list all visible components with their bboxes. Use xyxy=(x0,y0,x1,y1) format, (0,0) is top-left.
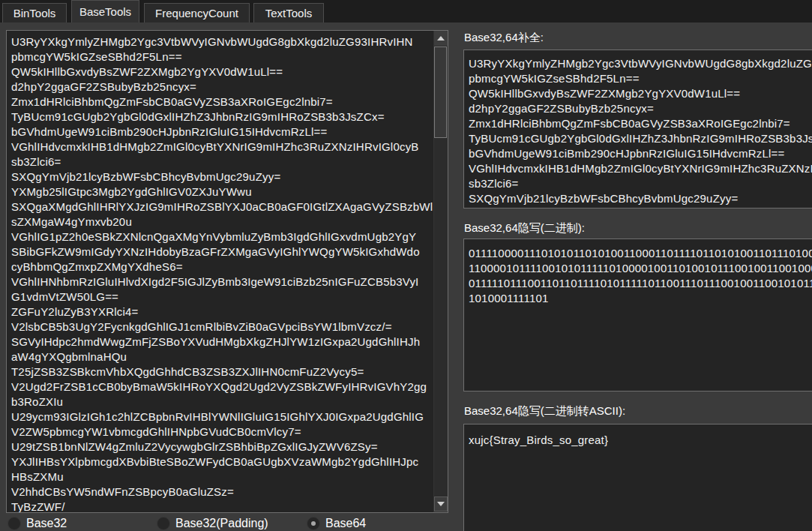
radio-base32-label: Base32 xyxy=(26,517,67,530)
radio-base32[interactable]: Base32 xyxy=(7,517,67,530)
radio-selected-icon[interactable] xyxy=(307,517,320,530)
radio-base32-padding-label: Base32(Padding) xyxy=(175,517,268,530)
tab-texttools[interactable]: TextTools xyxy=(253,3,324,22)
up-arrow-icon xyxy=(437,36,445,40)
tab-bintools[interactable]: BinTools xyxy=(2,3,67,22)
app-window: BinTools BaseTools FrequencyCount TextTo… xyxy=(0,0,812,531)
binary-steg-label: Base32,64隐写(二进制): xyxy=(464,221,585,236)
scroll-down-button[interactable] xyxy=(434,496,448,512)
scroll-up-button[interactable] xyxy=(434,31,448,46)
completion-output[interactable]: U3RyYXkgYmlyZHMgb2Ygc3VtbWVyIGNvbWUgdG8g… xyxy=(463,50,812,208)
radio-circle-icon[interactable] xyxy=(7,517,21,530)
ascii-steg-output[interactable]: xujc{Stray_Birds_so_great} xyxy=(463,424,812,531)
ascii-steg-label: Base32,64隐写(二进制转ASCII): xyxy=(464,404,625,418)
radio-base32-padding[interactable]: Base32(Padding) xyxy=(157,517,268,530)
vertical-scrollbar[interactable] xyxy=(433,31,448,512)
ascii-steg-content: xujc{Stray_Birds_so_great} xyxy=(469,433,608,448)
scrollbar-thumb[interactable] xyxy=(434,46,447,138)
down-arrow-icon xyxy=(437,502,445,506)
encoded-text-content: U3RyYXkgYmlyZHMgb2Ygc3VtbWVyIGNvbWUgdG8g… xyxy=(11,34,433,512)
completion-output-content: U3RyYXkgYmlyZHMgb2Ygc3VtbWVyIGNvbWUgdG8g… xyxy=(469,56,812,206)
binary-steg-content: 0111100001110101011010100110001101111011… xyxy=(469,246,812,306)
tab-bar: BinTools BaseTools FrequencyCount TextTo… xyxy=(0,0,812,22)
radio-base64[interactable]: Base64 xyxy=(307,517,366,530)
radio-base64-label: Base64 xyxy=(325,517,366,530)
binary-steg-output[interactable]: 0111100001110101011010100110001101111011… xyxy=(463,238,812,392)
radio-circle-icon[interactable] xyxy=(157,517,170,530)
encoded-text-input[interactable]: U3RyYXkgYmlyZHMgb2Ygc3VtbWVyIGNvbWUgdG8g… xyxy=(6,30,448,513)
tab-basetools[interactable]: BaseTools xyxy=(71,0,139,22)
tab-frequencycount[interactable]: FrequencyCount xyxy=(144,3,250,22)
completion-label: Base32,64补全: xyxy=(464,31,544,45)
